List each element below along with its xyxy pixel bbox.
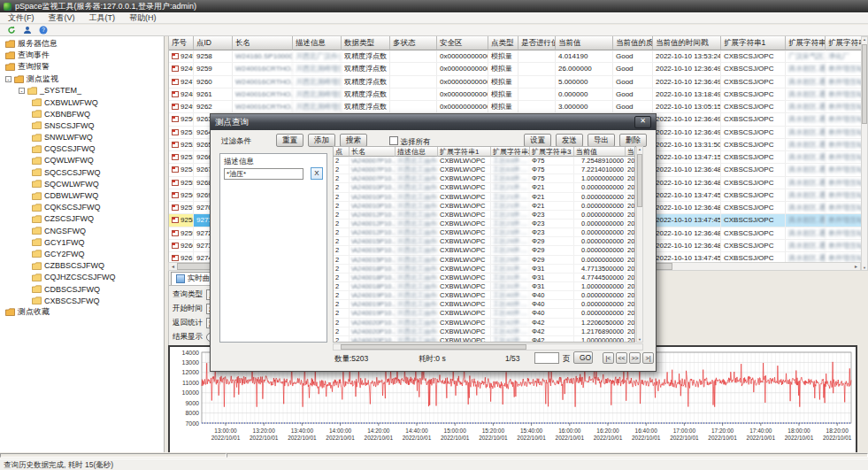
- tree-item-查询报警[interactable]: 查询报警: [0, 61, 164, 73]
- dialog-table-row[interactable]: 2\A240015P10...川西北工油作...CXBWLW\OPC工区29井.…: [334, 256, 634, 265]
- column-header-是否进行值报警[interactable]: 是否进行值报警: [518, 36, 556, 50]
- table-row[interactable]: 92499262W240016CRTHO...川西北洞峰增压站压...双精度浮点…: [169, 101, 861, 113]
- scroll-left-arrow-icon[interactable]: ◄: [169, 263, 177, 270]
- tree-item-CQWLWFWQ[interactable]: CQWLWFWQ: [0, 155, 164, 166]
- tree-item-CXBSCSJFWQ[interactable]: CXBSCSJFWQ: [0, 295, 164, 306]
- dialog-table-row[interactable]: 2\A240019P10...川西北工油作...CXBWLW\OPC工区40井.…: [334, 309, 634, 318]
- column-header-描述信息[interactable]: 描述信息: [293, 36, 342, 50]
- checkbox-icon[interactable]: [389, 136, 398, 145]
- dialog-action-发送[interactable]: 发送: [556, 134, 583, 147]
- column-header-当前值的时间戳[interactable]: 当前值的时间戳: [653, 36, 721, 50]
- scrollbar-thumb[interactable]: [341, 344, 526, 350]
- tree-expander-icon[interactable]: -: [5, 76, 12, 82]
- filter-value-input[interactable]: *油压*: [224, 168, 303, 180]
- dialog-title-bar[interactable]: 测点查询 ✕: [211, 114, 656, 130]
- dialog-table-row[interactable]: 2\A240012P10...川西北工油作...CXBWLW\OPC工区23井.…: [334, 220, 634, 228]
- go-button[interactable]: GO: [573, 351, 593, 364]
- column-header-当前值[interactable]: 当前值: [556, 36, 613, 50]
- tree-item-CDBWLWFWQ[interactable]: CDBWLWFWQ: [0, 189, 164, 201]
- dialog-action-删除[interactable]: 删除: [619, 134, 647, 147]
- column-header-长名[interactable]: 长名: [233, 36, 293, 50]
- tree-item-服务器信息[interactable]: 服务器信息: [0, 38, 164, 50]
- page-nav-2[interactable]: >>: [629, 352, 641, 364]
- dialog-column-扩展字符串1[interactable]: 扩展字符串1: [438, 147, 491, 157]
- dialog-table-row[interactable]: 2\A240018P10...川西北工油作...CXBWLW\OPC工区31井.…: [334, 274, 634, 282]
- column-header-数据类型[interactable]: 数据类型: [342, 36, 390, 50]
- tree-item-SQCSCSJFWQ[interactable]: SQCSCSJFWQ: [0, 166, 164, 178]
- close-icon[interactable]: ✕: [634, 116, 651, 128]
- table-row[interactable]: 92489261W240016CRTHO...川西北洞峰增压站压...双精度浮点…: [169, 89, 861, 101]
- page-nav-0[interactable]: |<: [603, 352, 614, 364]
- dialog-table-row[interactable]: 2\A240020P10...川西北工油作...CXBWLW\OPC工区42井.…: [334, 336, 634, 343]
- tree-item-查询事件[interactable]: 查询事件: [0, 50, 164, 61]
- dialog-column-当[interactable]: 当: [626, 147, 635, 157]
- dialog-button-搜索[interactable]: 搜索: [340, 134, 367, 147]
- scrollbar-thumb[interactable]: [862, 44, 867, 124]
- dialog-table-row[interactable]: 2\A240019P10...川西北工油作...CXBWLW\OPC工区40井.…: [334, 291, 634, 300]
- dialog-column-描述信息[interactable]: 描述信息: [396, 147, 438, 157]
- dialog-column-扩展字符串2[interactable]: 扩展字符串2: [491, 147, 530, 157]
- column-header-点ID[interactable]: 点ID: [194, 36, 233, 50]
- table-row[interactable]: 92479260W240016CRTHO...川西北洞峰增压站压...双精度浮点…: [169, 76, 861, 89]
- tree-item-GCY2FWQ[interactable]: GCY2FWQ: [0, 248, 164, 259]
- scroll-right-arrow-icon[interactable]: ►: [852, 263, 860, 270]
- page-number-input[interactable]: [534, 352, 559, 364]
- page-nav-3[interactable]: >|: [642, 352, 654, 364]
- tree-item-SNWLWFWQ[interactable]: SNWLWFWQ: [0, 132, 164, 143]
- dialog-table-row[interactable]: 2\A240007P10...川西北工油作...CXBWLW\OPC工区63井.…: [334, 157, 634, 166]
- main-vertical-scrollbar[interactable]: ▲ ▼: [861, 36, 868, 271]
- dialog-table-row[interactable]: 2\A240020P10...川西北工油作...CXBWLW\OPC工区42井.…: [334, 327, 634, 336]
- column-header-扩展字符串2[interactable]: 扩展字符串2: [786, 36, 826, 50]
- user-icon[interactable]: [22, 26, 32, 35]
- dialog-button-重置[interactable]: 重置: [276, 134, 303, 147]
- dialog-column-扩展字符串3[interactable]: 扩展字符串3: [530, 147, 574, 157]
- tree-expander-icon[interactable]: -: [19, 88, 25, 94]
- dialog-table-row[interactable]: 2\A240015P10...川西北工油作...CXBWLW\OPC工区29井.…: [334, 246, 634, 255]
- column-header-扩展字符串3[interactable]: 扩展字符串3: [826, 36, 861, 50]
- column-header-扩展字符串1[interactable]: 扩展字符串1: [721, 36, 786, 50]
- dialog-table-row[interactable]: 2\A240018P10...川西北工油作...CXBWLW\OPC工区31井.…: [334, 282, 634, 291]
- dialog-table-row[interactable]: 2\A240020P10...川西北工油作...CXBWLW\OPC工区42井.…: [334, 319, 634, 327]
- dialog-table-row[interactable]: 2\A240012P10...川西北工油作...CXBWLW\OPC工区23井.…: [334, 228, 634, 237]
- table-row[interactable]: 92459258W24160.SP10000...川西北广汉作业区输气...双精…: [169, 50, 861, 63]
- dialog-action-设置[interactable]: 设置: [524, 134, 551, 147]
- tree-item-CQSCSJFWQ[interactable]: CQSCSJFWQ: [0, 143, 164, 155]
- tree-item-CXBWLWFWQ[interactable]: CXBWLWFWQ: [0, 96, 164, 108]
- column-header-点类型[interactable]: 点类型: [488, 36, 518, 50]
- scroll-down-arrow-icon[interactable]: ▼: [637, 337, 642, 342]
- menu-0[interactable]: 文件(F): [8, 12, 35, 24]
- tree-item-system[interactable]: -_SYSTEM_: [0, 85, 164, 96]
- page-nav-1[interactable]: <<: [616, 352, 627, 364]
- column-header-当前值的质量戳[interactable]: 当前值的质量戳: [613, 36, 653, 50]
- tree-item-CZBBSCSJFWQ[interactable]: CZBBSCSJFWQ: [0, 260, 164, 272]
- dialog-table-row[interactable]: 2\A240019P10...川西北工油作...CXBWLW\OPC工区40井.…: [334, 300, 634, 309]
- scroll-up-arrow-icon[interactable]: ▲: [637, 147, 642, 151]
- tree-item-测点收藏[interactable]: 测点收藏: [0, 306, 164, 318]
- tree-item-GCY1FWQ[interactable]: GCY1FWQ: [0, 236, 164, 248]
- tree-item-CDBSCSJFWQ[interactable]: CDBSCSJFWQ: [0, 283, 164, 295]
- dialog-vertical-scrollbar[interactable]: ▲ ▼: [636, 146, 643, 343]
- column-header-序号[interactable]: 序号: [169, 36, 194, 50]
- scroll-down-arrow-icon[interactable]: ▼: [862, 266, 867, 270]
- dialog-table-row[interactable]: 2\A240010P10...川西北工油作...CXBWLW\OPC工区21井.…: [334, 193, 634, 202]
- dialog-column-点[interactable]: 点: [334, 147, 350, 157]
- tree-item-SNSCSJFWQ[interactable]: SNSCSJFWQ: [0, 119, 164, 131]
- menu-2[interactable]: 工具(T): [89, 12, 116, 24]
- dialog-table-row[interactable]: 2\A240010P10...川西北工油作...CXBWLW\OPC工区21井.…: [334, 202, 634, 211]
- tree-item-SQCWLWFWQ[interactable]: SQCWLWFWQ: [0, 178, 164, 189]
- refresh-icon[interactable]: [6, 26, 16, 35]
- clear-filter-button[interactable]: X: [311, 167, 323, 180]
- help-icon[interactable]: ?: [38, 26, 48, 35]
- menu-1[interactable]: 查看(V): [49, 12, 75, 24]
- dialog-table-row[interactable]: 2\A240010P10...川西北工油作...CXBWLW\OPC工区21井.…: [334, 183, 634, 192]
- dialog-column-长名[interactable]: 长名: [350, 147, 396, 157]
- dialog-horizontal-scrollbar[interactable]: [333, 343, 643, 351]
- tree-item-CNGSFWQ[interactable]: CNGSFWQ: [0, 225, 164, 236]
- column-header-安全区[interactable]: 安全区: [437, 36, 488, 50]
- tree-item-CXBNBFWQ[interactable]: CXBNBFWQ: [0, 108, 164, 119]
- scrollbar-thumb[interactable]: [637, 154, 642, 207]
- scroll-up-arrow-icon[interactable]: ▲: [862, 37, 867, 42]
- tree-item-CZSCSJFWQ[interactable]: CZSCSJFWQ: [0, 213, 164, 225]
- dialog-table-row[interactable]: 2\A240015P10...川西北工油作...CXBWLW\OPC工区29井.…: [334, 237, 634, 246]
- dialog-table-row[interactable]: 2\A240007P10...川西北工油作...CXBWLW\OPC工区63井.…: [334, 166, 634, 174]
